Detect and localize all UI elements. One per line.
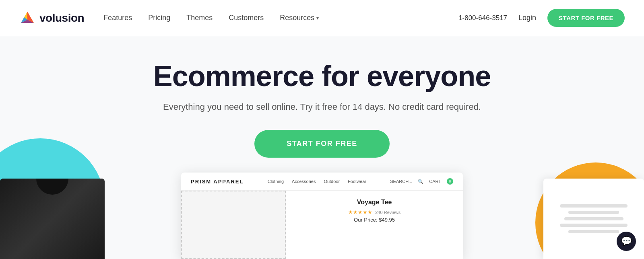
store-nav-links: Clothing Accessories Outdoor Footwear xyxy=(268,179,366,184)
product-info: Voyage Tee ★★★★★ 240 Reviews Our Price: … xyxy=(286,191,463,259)
receipt-line-4 xyxy=(560,224,627,227)
store-content: Voyage Tee ★★★★★ 240 Reviews Our Price: … xyxy=(181,191,463,259)
receipt-line-5 xyxy=(568,230,619,233)
nav-cta-button[interactable]: START FOR FREE xyxy=(547,9,625,27)
store-actions: SEARCH... 🔍 CART 0 xyxy=(390,178,453,185)
nav-right: 1-800-646-3517 Login START FOR FREE xyxy=(458,9,625,27)
store-link-outdoor: Outdoor xyxy=(324,179,340,184)
logo-text: volusion xyxy=(39,12,84,25)
product-stars: ★★★★★ 240 Reviews xyxy=(295,209,453,215)
product-price: Our Price: $49.95 xyxy=(295,217,453,223)
receipt-line-1 xyxy=(560,204,627,208)
navbar: volusion Features Pricing Themes Custome… xyxy=(0,0,644,36)
nav-themes[interactable]: Themes xyxy=(186,14,213,22)
tshirt-image xyxy=(0,179,105,259)
nav-links: Features Pricing Themes Customers Resour… xyxy=(103,14,458,22)
browser-mockup: PRISM APPAREL Clothing Accessories Outdo… xyxy=(181,173,463,259)
store-brand: PRISM APPAREL xyxy=(191,179,244,185)
store-navbar: PRISM APPAREL Clothing Accessories Outdo… xyxy=(181,173,463,191)
nav-resources[interactable]: Resources ▾ xyxy=(280,14,319,22)
store-search-label: SEARCH... xyxy=(390,179,412,184)
phone-number: 1-800-646-3517 xyxy=(458,14,507,22)
store-cart-label: CART xyxy=(429,179,441,184)
nav-pricing[interactable]: Pricing xyxy=(148,14,170,22)
receipt-line-2 xyxy=(568,211,619,214)
hero-cta-button[interactable]: START FOR FREE xyxy=(254,130,390,158)
chat-icon: 💬 xyxy=(621,236,632,247)
product-image-placeholder xyxy=(181,191,286,259)
store-link-clothing: Clothing xyxy=(268,179,284,184)
product-reviews: 240 Reviews xyxy=(375,210,400,215)
hero-subtitle: Everything you need to sell online. Try … xyxy=(8,102,636,112)
chat-button[interactable]: 💬 xyxy=(617,232,636,251)
product-title: Voyage Tee xyxy=(295,199,453,206)
nav-features[interactable]: Features xyxy=(103,14,132,22)
receipt-line-3 xyxy=(564,217,623,220)
hero-section: Ecommerce for everyone Everything you ne… xyxy=(0,36,644,259)
nav-customers[interactable]: Customers xyxy=(229,14,264,22)
store-link-footwear: Footwear xyxy=(348,179,366,184)
cart-count: 0 xyxy=(447,178,453,185)
hero-title: Ecommerce for everyone xyxy=(8,60,636,92)
chevron-down-icon: ▾ xyxy=(316,15,319,21)
store-link-accessories: Accessories xyxy=(292,179,316,184)
login-link[interactable]: Login xyxy=(518,14,536,22)
search-icon: 🔍 xyxy=(418,179,423,184)
logo[interactable]: volusion xyxy=(19,10,84,26)
logo-icon xyxy=(19,10,35,26)
